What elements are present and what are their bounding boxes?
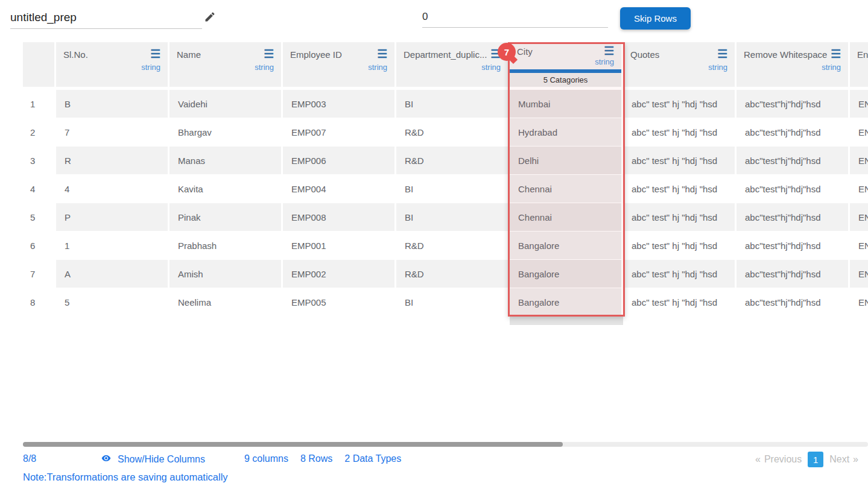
column-header-employee-id[interactable]: Employee ID ☰ string xyxy=(283,42,396,87)
column-header-city[interactable]: City ☰ string 5 Catagories xyxy=(510,42,623,87)
column-label: En xyxy=(857,49,868,60)
table-row: 7AAmishEMP002R&DBangaloreabc" test" hj "… xyxy=(23,260,868,288)
row-number: 1 xyxy=(23,90,56,118)
table-row: 44KavitaEMP004BIChennaiabc" test" hj "hd… xyxy=(23,175,868,203)
show-hide-columns-label: Show/Hide Columns xyxy=(118,454,205,465)
autosave-note: Note:Transformations are saving automati… xyxy=(23,472,228,483)
column-type-label: string xyxy=(857,63,868,72)
row-number: 7 xyxy=(23,260,56,288)
table-cell: EMP006 xyxy=(283,147,396,174)
column-header-quotes[interactable]: Quotes ☰ string xyxy=(623,42,737,87)
column-type-label: string xyxy=(630,63,727,72)
table-cell: Kavita xyxy=(169,175,283,203)
column-type-label: string xyxy=(177,63,274,72)
columns-count-label[interactable]: 9 columns xyxy=(244,453,288,464)
table-cell: BI xyxy=(396,203,510,231)
column-label: Department_duplic... xyxy=(404,49,487,60)
table-cell: EMP005 xyxy=(283,288,396,316)
column-type-label: string xyxy=(404,63,501,72)
table-cell: P xyxy=(56,203,169,231)
column-header-partial[interactable]: En ☰ string xyxy=(850,42,868,87)
edit-pencil-icon[interactable] xyxy=(204,11,216,25)
data-types-label[interactable]: 2 Data Types xyxy=(344,453,401,464)
column-header-name[interactable]: Name ☰ string xyxy=(169,42,283,87)
table-cell: BI xyxy=(396,288,510,316)
column-menu-icon[interactable]: ☰ xyxy=(831,49,841,58)
table-cell: 5 xyxy=(56,288,169,316)
skip-rows-input[interactable] xyxy=(422,10,608,28)
table-cell: Chennai xyxy=(510,203,623,231)
column-label: City xyxy=(517,46,533,57)
table-cell: EN xyxy=(850,90,868,118)
table-cell: EN xyxy=(850,288,868,316)
table-cell: 7 xyxy=(56,118,169,146)
column-menu-icon[interactable]: ☰ xyxy=(264,49,274,58)
row-number: 8 xyxy=(23,288,56,316)
table-cell: Bangalore xyxy=(510,288,623,316)
table-cell: EMP004 xyxy=(283,175,396,203)
previous-symbol: « xyxy=(755,454,761,465)
table-cell: abc"test"hj"hdj"hsd xyxy=(737,90,850,118)
column-type-label: string xyxy=(517,57,614,66)
table-cell: EMP008 xyxy=(283,203,396,231)
table-cell: abc" test" hj "hdj "hsd xyxy=(623,232,737,259)
table-cell: Pinak xyxy=(169,203,283,231)
table-cell: abc" test" hj "hdj "hsd xyxy=(623,118,737,146)
table-cell: abc"test"hj"hdj"hsd xyxy=(737,232,850,259)
column-type-label: string xyxy=(290,63,387,72)
table-cell: abc" test" hj "hdj "hsd xyxy=(623,288,737,316)
table-cell: EN xyxy=(850,175,868,203)
footer-bar: 8/8 Show/Hide Columns 9 columns 8 Rows 2… xyxy=(0,451,868,472)
table-cell: abc" test" hj "hdj "hsd xyxy=(623,175,737,203)
table-stats: 9 columns 8 Rows 2 Data Types xyxy=(244,453,401,464)
column-header-department[interactable]: Department_duplic... ☰ string xyxy=(396,42,510,87)
skip-rows-button[interactable]: Skip Rows xyxy=(620,7,691,30)
table-cell: Bangalore xyxy=(510,232,623,259)
table-cell: Bhargav xyxy=(169,118,283,146)
prep-name-input[interactable] xyxy=(10,8,202,29)
table-cell: R&D xyxy=(396,118,510,146)
table-cell: abc"test"hj"hdj"hsd xyxy=(737,118,850,146)
show-hide-columns-button[interactable]: Show/Hide Columns xyxy=(100,453,205,465)
table-cell: A xyxy=(56,260,169,288)
previous-page-button[interactable]: « Previous xyxy=(755,454,802,465)
column-header-remove-whitespace[interactable]: Remove Whitespace ☰ string xyxy=(737,42,850,87)
table-cell: Bangalore xyxy=(510,260,623,288)
table-cell: Neelima xyxy=(169,288,283,316)
eye-icon xyxy=(100,453,113,465)
current-page-button[interactable]: 1 xyxy=(808,452,823,467)
row-number: 3 xyxy=(23,147,56,174)
table-cell: EN xyxy=(850,260,868,288)
horizontal-scrollbar-thumb[interactable] xyxy=(23,442,563,447)
column-menu-icon[interactable]: ☰ xyxy=(150,49,160,58)
table-cell: Prabhash xyxy=(169,232,283,259)
table-cell: 1 xyxy=(56,232,169,259)
table-cell: Delhi xyxy=(510,147,623,174)
column-menu-icon[interactable]: ☰ xyxy=(377,49,387,58)
previous-label: Previous xyxy=(764,454,802,465)
pagination: « Previous 1 Next » xyxy=(755,452,858,467)
column-menu-icon[interactable]: ☰ xyxy=(717,49,727,58)
table-cell: Hydrabad xyxy=(510,118,623,146)
next-label: Next xyxy=(829,454,849,465)
table-cell: abc"test"hj"hdj"hsd xyxy=(737,203,850,231)
column-header-slno[interactable]: Sl.No. ☰ string xyxy=(56,42,169,87)
table-cell: B xyxy=(56,90,169,118)
row-number: 6 xyxy=(23,232,56,259)
table-cell: BI xyxy=(396,175,510,203)
column-menu-icon[interactable]: ☰ xyxy=(604,46,614,55)
table-cell: BI xyxy=(396,90,510,118)
table-cell: Amish xyxy=(169,260,283,288)
table-cell: abc"test"hj"hdj"hsd xyxy=(737,288,850,316)
data-prep-app: Skip Rows Sl.No. ☰ string Name ☰ xyxy=(0,0,868,492)
horizontal-scrollbar-track[interactable] xyxy=(23,442,868,447)
column-type-label: string xyxy=(744,63,841,72)
data-table: Sl.No. ☰ string Name ☰ string xyxy=(23,42,868,327)
table-cell: EMP007 xyxy=(283,118,396,146)
column-type-label: string xyxy=(63,63,160,72)
rows-count-label[interactable]: 8 Rows xyxy=(300,453,332,464)
table-row: 61PrabhashEMP001R&DBangaloreabc" test" h… xyxy=(23,232,868,259)
table-cell: EMP002 xyxy=(283,260,396,288)
next-page-button[interactable]: Next » xyxy=(829,454,858,465)
table-cell: EN xyxy=(850,147,868,174)
